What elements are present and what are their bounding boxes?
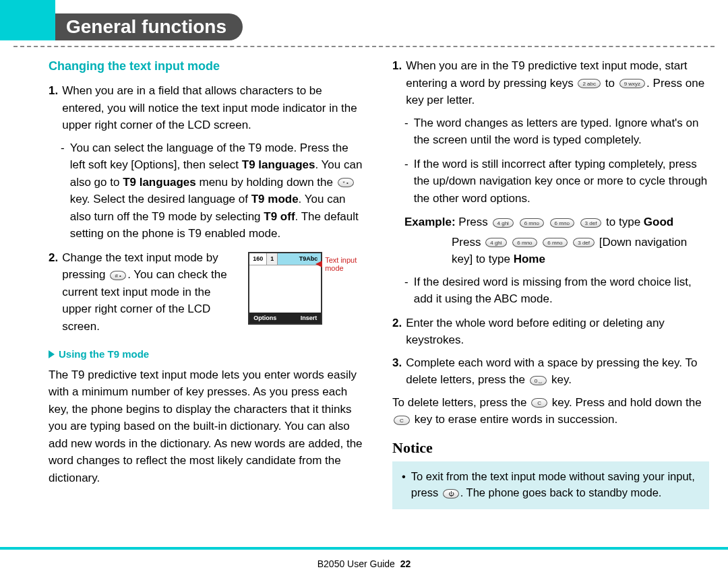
content-columns: Changing the text input mode 1. When you… bbox=[49, 57, 709, 534]
notice-text: To exit from the text input mode without… bbox=[411, 468, 700, 502]
key-3-icon: 3 def bbox=[573, 238, 595, 247]
key-3-icon: 3 def bbox=[580, 218, 602, 228]
softkey-options: Options bbox=[253, 314, 276, 322]
dash-icon: - bbox=[61, 139, 65, 243]
phone-lcd: 160 1 T9Abc Options Insert bbox=[248, 252, 322, 325]
star-key-icon: * • bbox=[338, 178, 354, 187]
key-6-icon: 6 mno bbox=[512, 238, 537, 247]
key-2-icon: 2 abc bbox=[578, 79, 601, 88]
key-6-icon: 6 mno bbox=[520, 218, 544, 228]
key-6-icon: 6 mno bbox=[550, 218, 574, 228]
clear-key-icon: C bbox=[394, 416, 410, 425]
callout-text: Text input mode bbox=[325, 256, 365, 272]
sub-bullet: - If the word is still incorrect after t… bbox=[404, 156, 709, 207]
key-6-icon: 6 mno bbox=[543, 238, 567, 247]
footer-divider bbox=[0, 547, 728, 550]
bullet-text: If the word is still incorrect after typ… bbox=[414, 156, 709, 207]
item-number: 1. bbox=[49, 82, 58, 134]
notice-box: • To exit from the text input mode witho… bbox=[392, 461, 709, 510]
char-count: 160 bbox=[249, 253, 267, 265]
divider-dashed bbox=[13, 46, 715, 47]
paragraph: The T9 predictive text input mode lets y… bbox=[49, 366, 365, 487]
list-item: 2. Enter the whole word before editing o… bbox=[392, 315, 709, 349]
key-4-icon: 4 ghi bbox=[493, 218, 514, 228]
bullet-text: If the desired word is missing from the … bbox=[414, 273, 709, 308]
paragraph: To delete letters, press the C key. Pres… bbox=[392, 394, 709, 428]
dash-icon: - bbox=[404, 115, 408, 149]
item-text: When you are in the T9 predictive text i… bbox=[406, 57, 709, 109]
phone-preview: 160 1 T9Abc Options Insert Text input mo… bbox=[248, 252, 322, 330]
page-title: General functions bbox=[66, 13, 226, 41]
page-idx: 1 bbox=[267, 253, 278, 265]
page-footer: B2050 User Guide 22 bbox=[0, 557, 728, 571]
dash-icon: - bbox=[404, 156, 408, 207]
list-item: 1. When you are in the T9 predictive tex… bbox=[392, 57, 709, 109]
phone-softkeys: Options Insert bbox=[249, 313, 321, 323]
triangle-right-icon bbox=[49, 350, 55, 358]
item-text: Enter the whole word before editing or d… bbox=[406, 315, 709, 349]
example-block: Press 4 ghi 6 mno 6 mno 3 def [Down navi… bbox=[452, 234, 709, 268]
callout-arrow: Text input mode bbox=[315, 256, 365, 272]
hash-key-icon: # • bbox=[110, 271, 126, 280]
page-title-bar: General functions bbox=[55, 13, 243, 40]
corner-accent bbox=[0, 0, 55, 40]
item-number: 2. bbox=[49, 249, 58, 335]
item-number: 3. bbox=[392, 354, 402, 389]
subsection-heading-t9: Using the T9 mode bbox=[49, 347, 365, 362]
list-item: 2. Change the text input mode by pressin… bbox=[49, 249, 365, 335]
dash-icon: - bbox=[404, 273, 408, 308]
phone-titlebar: 160 1 T9Abc bbox=[249, 253, 321, 265]
key-4-icon: 4 ghi bbox=[485, 238, 506, 247]
bullet-dot-icon: • bbox=[402, 468, 406, 502]
item-number: 1. bbox=[392, 57, 402, 109]
example-label: Example: bbox=[404, 216, 456, 228]
page-number: 22 bbox=[400, 558, 411, 569]
example-block: Example: Press 4 ghi 6 mno 6 mno 3 def t… bbox=[404, 214, 709, 231]
key-9-icon: 9 wxyz bbox=[619, 79, 645, 88]
arrow-left-icon bbox=[315, 261, 322, 267]
item-text: Complete each word with a space by press… bbox=[406, 354, 709, 389]
list-item: 3. Complete each word with a space by pr… bbox=[392, 354, 709, 389]
item-number: 2. bbox=[392, 315, 402, 349]
sub-bullet: - You can select the language of the T9 … bbox=[61, 139, 365, 243]
item-text: When you are in a field that allows char… bbox=[62, 82, 365, 134]
sub-bullet: - If the desired word is missing from th… bbox=[404, 273, 709, 308]
guide-title: B2050 User Guide bbox=[317, 558, 395, 569]
sub-bullet: - The word changes as letters are typed.… bbox=[404, 115, 709, 149]
left-column: Changing the text input mode 1. When you… bbox=[49, 57, 365, 534]
right-column: 1. When you are in the T9 predictive tex… bbox=[392, 57, 709, 534]
notice-heading: Notice bbox=[392, 437, 709, 459]
end-key-icon: ⏻ bbox=[443, 489, 459, 498]
section-heading-change-mode: Changing the text input mode bbox=[49, 57, 365, 75]
mode-indicator: T9Abc bbox=[278, 253, 321, 265]
key-0-icon: 0 ⎵ bbox=[530, 376, 547, 385]
bullet-text: The word changes as letters are typed. I… bbox=[414, 115, 709, 149]
clear-key-icon: C bbox=[531, 398, 547, 408]
item-text: Change the text input mode by pressing #… bbox=[62, 249, 237, 335]
softkey-insert: Insert bbox=[301, 314, 317, 322]
bullet-text: You can select the language of the T9 mo… bbox=[70, 139, 365, 243]
list-item: 1. When you are in a field that allows c… bbox=[49, 82, 365, 134]
